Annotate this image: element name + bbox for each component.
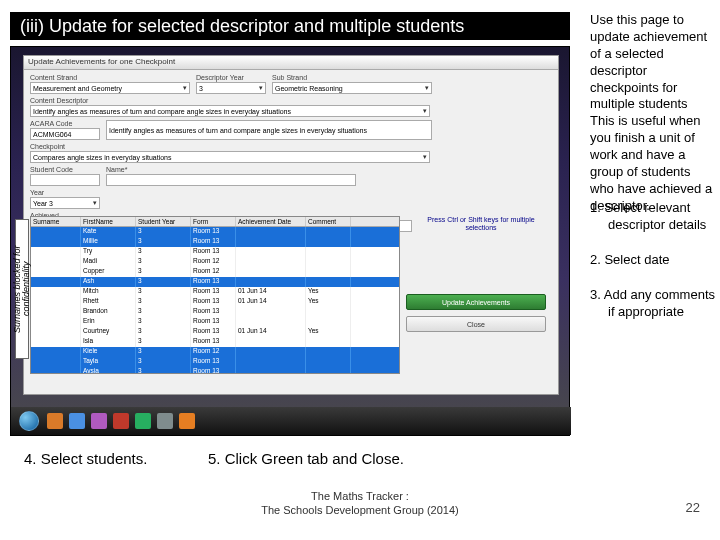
side-paragraph: Use this page to update achievement of a… xyxy=(590,12,715,215)
taskbar-app-icon[interactable] xyxy=(113,413,129,429)
footer-line-1: The Maths Tracker : xyxy=(0,490,720,502)
grid-header-cell: Student Year xyxy=(136,217,191,226)
table-row[interactable]: Try3Room 13 xyxy=(31,247,399,257)
table-row[interactable]: Kate3Room 13 xyxy=(31,227,399,237)
grid-header-cell: FirstName xyxy=(81,217,136,226)
surname-blocked-note: Surnames blocked for confidentiality xyxy=(15,219,29,359)
taskbar-app-icon[interactable] xyxy=(91,413,107,429)
select-year[interactable]: Year 3 xyxy=(30,197,100,209)
label-student-code: Student Code xyxy=(30,166,100,173)
label-year: Year xyxy=(30,189,100,196)
multi-select-hint: Press Ctrl or Shift keys for multiple se… xyxy=(416,216,546,233)
select-descriptor-year[interactable]: 3 xyxy=(196,82,266,94)
label-content-descriptor: Content Descriptor xyxy=(30,97,430,104)
select-sub-strand[interactable]: Geometric Reasoning xyxy=(272,82,432,94)
table-row[interactable]: Brandon3Room 13 xyxy=(31,307,399,317)
select-content-descriptor[interactable]: Identify angles as measures of turn and … xyxy=(30,105,430,117)
taskbar-app-icon[interactable] xyxy=(135,413,151,429)
table-row[interactable]: Mitch3Room 1301 Jun 14Yes xyxy=(31,287,399,297)
table-row[interactable]: Erin3Room 13 xyxy=(31,317,399,327)
label-descriptor-year: Descriptor Year xyxy=(196,74,266,81)
update-achievements-dialog: Update Achievements for one Checkpoint C… xyxy=(23,55,559,395)
slide-title: (iii) Update for selected descriptor and… xyxy=(10,12,570,40)
step-5: 5. Click Green tab and Close. xyxy=(208,450,404,467)
step-4: 4. Select students. xyxy=(24,450,147,467)
taskbar-app-icon[interactable] xyxy=(69,413,85,429)
table-row[interactable]: Aysia3Room 13 xyxy=(31,367,399,374)
taskbar-app-icon[interactable] xyxy=(47,413,63,429)
label-acara-code: ACARA Code xyxy=(30,120,100,127)
input-name[interactable] xyxy=(106,174,356,186)
table-row[interactable]: Courtney3Room 1301 Jun 14Yes xyxy=(31,327,399,337)
label-sub-strand: Sub Strand xyxy=(272,74,432,81)
app-screenshot: Update Achievements for one Checkpoint C… xyxy=(10,46,570,436)
table-row[interactable]: Rhett3Room 1301 Jun 14Yes xyxy=(31,297,399,307)
label-content-strand: Content Strand xyxy=(30,74,190,81)
dialog-title: Update Achievements for one Checkpoint xyxy=(24,56,558,70)
grid-header-cell: Achievement Date xyxy=(236,217,306,226)
grid-header-row: SurnameFirstNameStudent YearFormAchievem… xyxy=(31,217,399,227)
table-row[interactable]: Madi3Room 12 xyxy=(31,257,399,267)
table-row[interactable]: Copper3Room 12 xyxy=(31,267,399,277)
input-student-code[interactable] xyxy=(30,174,100,186)
update-achievements-button[interactable]: Update Achievements xyxy=(406,294,546,310)
table-row[interactable]: Kiele3Room 12 xyxy=(31,347,399,357)
select-checkpoint[interactable]: Compares angle sizes in everyday situati… xyxy=(30,151,430,163)
page-number: 22 xyxy=(686,500,700,515)
grid-header-cell: Form xyxy=(191,217,236,226)
table-row[interactable]: Isla3Room 13 xyxy=(31,337,399,347)
step-1: 1. Select relevant descriptor details xyxy=(590,200,715,234)
windows-taskbar xyxy=(11,407,571,435)
table-row[interactable]: Tayla3Room 13 xyxy=(31,357,399,367)
label-name: Name* xyxy=(106,166,356,173)
table-row[interactable]: Millie3Room 13 xyxy=(31,237,399,247)
students-grid[interactable]: SurnameFirstNameStudent YearFormAchievem… xyxy=(30,216,400,374)
grid-header-cell: Comment xyxy=(306,217,351,226)
close-button[interactable]: Close xyxy=(406,316,546,332)
step-3: 3. Add any comments if appropriate xyxy=(590,287,715,321)
input-acara-code[interactable]: ACMMG064 xyxy=(30,128,100,140)
table-row[interactable]: Ash3Room 13 xyxy=(31,277,399,287)
start-orb-icon[interactable] xyxy=(19,411,39,431)
select-content-strand[interactable]: Measurement and Geometry xyxy=(30,82,190,94)
grid-header-cell: Surname xyxy=(31,217,81,226)
label-checkpoint: Checkpoint xyxy=(30,143,430,150)
footer-line-2: The Schools Development Group (2014) xyxy=(0,504,720,516)
acara-text: Identify angles as measures of turn and … xyxy=(106,120,432,140)
taskbar-app-icon[interactable] xyxy=(179,413,195,429)
step-list-right: 1. Select relevant descriptor details 2.… xyxy=(590,200,715,320)
step-2: 2. Select date xyxy=(590,252,715,269)
taskbar-app-icon[interactable] xyxy=(157,413,173,429)
